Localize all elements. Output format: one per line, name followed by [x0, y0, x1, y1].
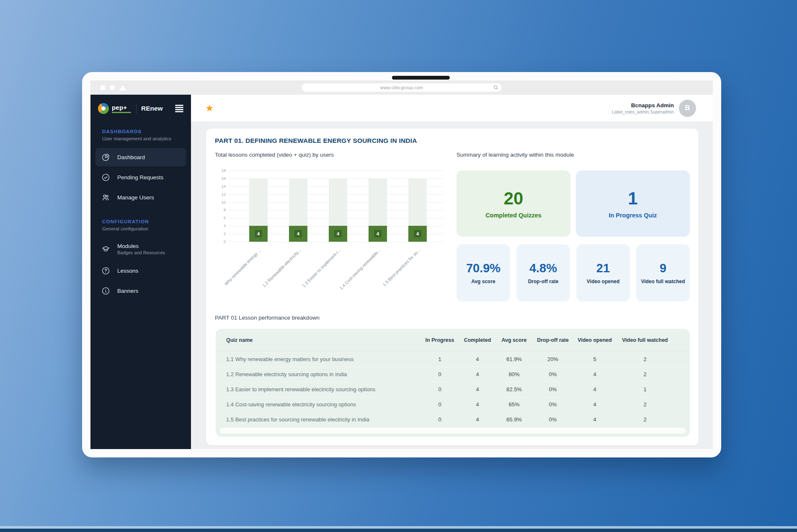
- bar-value-label: 4: [334, 230, 342, 238]
- content-area: ★ Bcnapps Admin Label_roles_admin,Supera…: [191, 95, 713, 449]
- laptop-frame: www.cbbcgroup.com pep+ REn: [82, 72, 721, 457]
- bar-value-label: 4: [294, 230, 302, 238]
- camera-notch: [392, 76, 411, 80]
- table-cell: 2: [616, 356, 674, 362]
- table-header-cell: In Progress: [421, 337, 459, 343]
- lessons-bar-chart: 1816141210864204Why renewable energy ...…: [215, 167, 448, 297]
- graduation-cap-icon: [101, 245, 110, 253]
- brand-tagline-bar: [112, 112, 131, 113]
- window-circle-icon[interactable]: [110, 85, 115, 90]
- gridline: [228, 242, 444, 242]
- table-cell: 4: [459, 386, 496, 393]
- sidebar-item-banners[interactable]: Banners: [95, 281, 186, 300]
- table-cell: 4: [574, 371, 616, 377]
- table-header-cell: Video opened: [574, 337, 616, 343]
- table-header-cell: Video full watched: [616, 337, 674, 343]
- in-progress-quiz-card: 1 In Progress Quiz: [576, 170, 690, 237]
- window-triangle-icon[interactable]: [119, 85, 126, 90]
- brand-row: pep+ REnew: [90, 95, 191, 114]
- table-cell: 2: [616, 371, 674, 377]
- sidebar-item-manage-users[interactable]: Manage Users: [95, 188, 186, 207]
- stat-label: Video opened: [587, 279, 619, 284]
- table-row: 1.2 Renewable electricity sourcing optio…: [216, 367, 690, 382]
- table-cell: 0: [421, 416, 459, 423]
- table-footer-strip: [220, 428, 686, 434]
- table-cell: 65.9%: [496, 416, 532, 423]
- table-cell: 0: [421, 371, 459, 377]
- video-opened-card: 21 Video opened: [576, 244, 630, 302]
- search-icon[interactable]: [493, 85, 499, 92]
- page-title: PART 01. DEFINING RENEWABLE ENERGY SOURC…: [215, 137, 417, 145]
- stat-value: 1: [628, 189, 637, 209]
- table-cell: 4: [574, 386, 616, 393]
- menu-toggle-icon[interactable]: [174, 104, 184, 113]
- stat-label: Drop-off rate: [528, 279, 559, 284]
- brand-name: pep+: [112, 104, 131, 111]
- sidebar-item-sublabel: Badges and Resources: [117, 250, 165, 255]
- table-header-cell: Completed: [459, 337, 496, 343]
- table-cell: 1: [421, 356, 459, 362]
- avg-score-card: 70.9% Avg score: [457, 244, 510, 302]
- check-circle-icon: [101, 173, 110, 182]
- stat-value: 4.8%: [529, 261, 557, 275]
- users-icon: [101, 193, 110, 202]
- sidebar-item-pending-requests[interactable]: Pending Requests: [95, 168, 186, 186]
- y-axis-tick: 16: [215, 176, 226, 181]
- table-cell: 1: [616, 386, 674, 393]
- module-card: PART 01. DEFINING RENEWABLE ENERGY SOURC…: [206, 129, 699, 445]
- y-axis-tick: 4: [215, 223, 226, 228]
- url-bar[interactable]: www.cbbcgroup.com: [302, 83, 502, 92]
- avatar[interactable]: B: [679, 100, 696, 117]
- completed-quizzes-card: 20 Completed Quizzes: [457, 170, 570, 237]
- table-cell: 5: [574, 356, 616, 362]
- table-cell: 4: [459, 356, 496, 362]
- user-block: Bcnapps Admin Label_roles_admin,Superadm…: [612, 100, 696, 117]
- quiz-name-cell: 1.4 Cost-saving renewable electricity so…: [216, 401, 421, 408]
- sidebar-item-label: Lessons: [117, 268, 138, 274]
- window-square-icon[interactable]: [101, 85, 105, 90]
- y-axis-tick: 0: [215, 239, 226, 244]
- question-circle-icon: [101, 266, 110, 275]
- table-header-cell: Drop-off rate: [532, 337, 574, 343]
- y-axis-tick: 14: [215, 184, 226, 189]
- app-window: pep+ REnew DASHBOARDS User management an…: [90, 95, 713, 449]
- table-cell: 4: [459, 401, 496, 408]
- table-cell: 0: [421, 401, 459, 408]
- user-name: Bcnapps Admin: [631, 102, 674, 108]
- star-icon[interactable]: ★: [205, 103, 214, 113]
- table-cell: 2: [616, 401, 674, 408]
- sidebar-item-label: Modules: [117, 243, 165, 249]
- y-axis-tick: 12: [215, 192, 226, 196]
- sidebar-nav: DASHBOARDS User management and analytics…: [90, 129, 191, 300]
- table-cell: 4: [459, 416, 496, 423]
- drop-off-rate-card: 4.8% Drop-off rate: [516, 244, 570, 302]
- brand-divider: [136, 103, 137, 114]
- lesson-performance-table: Quiz nameIn ProgressCompletedAvg scoreDr…: [216, 329, 690, 437]
- sidebar-item-modules[interactable]: Modules Badges and Resources: [95, 238, 186, 260]
- sidebar: pep+ REnew DASHBOARDS User management an…: [90, 95, 191, 449]
- table-cell: 80%: [496, 371, 532, 377]
- table-title: PART 01 Lesson performance breakdown: [215, 315, 320, 321]
- table-cell: 4: [459, 371, 496, 377]
- stat-label: Avg score: [471, 279, 495, 284]
- stat-value: 20: [504, 189, 524, 209]
- browser-toolbar: www.cbbcgroup.com: [90, 80, 713, 95]
- sidebar-item-lessons[interactable]: Lessons: [95, 261, 186, 280]
- y-axis-tick: 6: [215, 215, 226, 220]
- sidebar-item-dashboard[interactable]: Dashboard: [95, 148, 186, 166]
- bar-value-label: 4: [414, 230, 421, 238]
- table-cell: 0%: [532, 401, 574, 408]
- table-row: 1.3 Easier to implement renewable electr…: [216, 382, 690, 397]
- table-cell: 65%: [496, 401, 532, 408]
- table-cell: 20%: [532, 356, 574, 362]
- stat-label: Completed Quizzes: [485, 212, 542, 219]
- y-axis-tick: 2: [215, 231, 226, 236]
- pep-logo-icon: [98, 103, 109, 114]
- window-controls: [101, 80, 126, 95]
- table-cell: 0%: [532, 416, 574, 423]
- bar-value-label: 4: [255, 230, 262, 238]
- nav-section-configuration: CONFIGURATION: [102, 219, 186, 224]
- sidebar-item-label: Pending Requests: [117, 174, 163, 181]
- table-header-row: Quiz nameIn ProgressCompletedAvg scoreDr…: [216, 329, 690, 351]
- table-row: 1.1 Why renewable energy matters for you…: [216, 351, 690, 367]
